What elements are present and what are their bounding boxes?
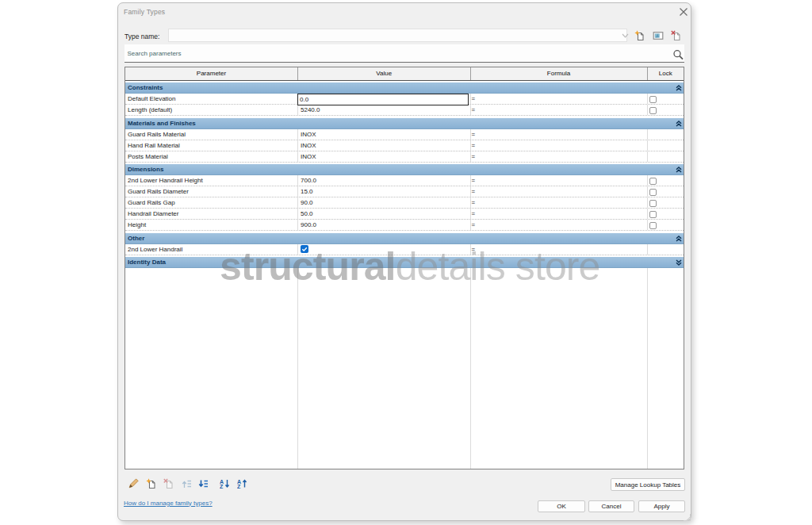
svg-text:Z: Z (220, 484, 224, 489)
svg-text:Z: Z (237, 484, 241, 489)
